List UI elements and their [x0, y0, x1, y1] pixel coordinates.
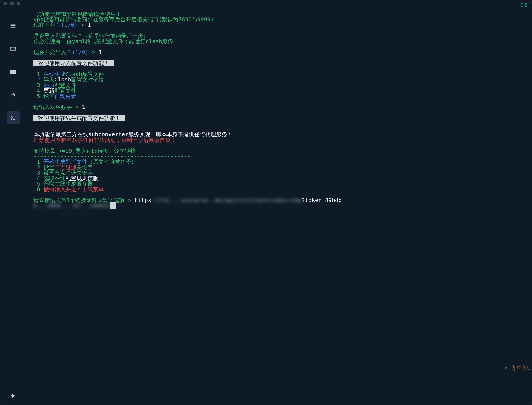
gt4: >	[128, 197, 131, 203]
share-icon[interactable]	[7, 88, 20, 101]
url-suffix: ?token=89bdd	[302, 197, 342, 203]
svg-point-0	[523, 4, 525, 6]
titlebar	[0, 0, 532, 7]
url-blur: ://ld....universe..de/api/v1/client/subs…	[151, 197, 302, 203]
url-prefix: https	[135, 197, 151, 203]
folder-icon[interactable]	[7, 65, 20, 78]
traffic-light-max[interactable]	[17, 1, 21, 6]
url-line2: b...28b0....47...2d0652	[34, 202, 110, 209]
terminal-pane[interactable]: 此功能会增加暴露风险请谨慎使用！ vps设备可能还需要额外在服务商后台开启相关端…	[26, 7, 532, 405]
terminal-icon[interactable]	[7, 111, 20, 124]
watermark-logo: M	[502, 364, 510, 373]
traffic-light-close[interactable]	[3, 1, 7, 6]
menu-icon[interactable]	[7, 19, 20, 32]
bolt-icon[interactable]	[7, 392, 20, 405]
sidebar	[0, 7, 26, 405]
watermark: M 九軍商店 JiuHuCN	[502, 364, 531, 373]
cursor	[110, 202, 116, 209]
app-window: 此功能会增加暴露风险请谨慎使用！ vps设备可能还需要额外在服务商后台开启相关端…	[0, 0, 532, 405]
traffic-light-min[interactable]	[10, 1, 14, 6]
keyboard-icon[interactable]	[7, 42, 20, 55]
line-warn2b: (默认为7890与9999)	[159, 16, 214, 23]
terminal-output: 此功能会增加暴露风险请谨慎使用！ vps设备可能还需要额外在服务商后台开启相关端…	[34, 11, 525, 208]
m2-c0: （原文件将被备份）	[87, 159, 137, 165]
